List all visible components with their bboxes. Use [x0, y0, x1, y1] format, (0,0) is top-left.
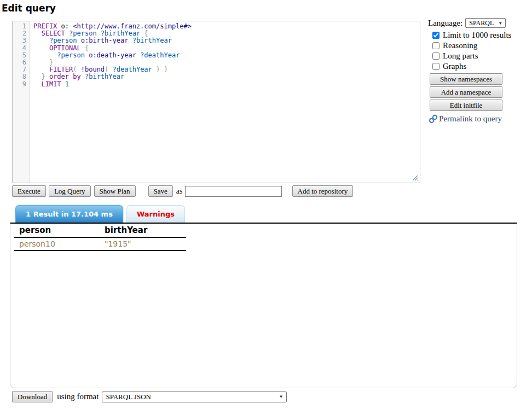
- table-row: person10"1915": [14, 237, 186, 250]
- results-table: personbirthYear person10"1915": [14, 224, 186, 251]
- log-query-button[interactable]: Log Query: [49, 185, 91, 197]
- download-row: Download using format SPARQL JSON ▼: [12, 391, 287, 402]
- edit-initfile-button[interactable]: Edit initfile: [430, 100, 502, 111]
- link-chain-icon: [429, 114, 438, 124]
- download-format-select[interactable]: SPARQL JSON ▼: [102, 392, 287, 402]
- option-checkbox-label: Limit to 1000 results: [443, 31, 511, 40]
- download-format-value: SPARQL JSON: [106, 393, 151, 401]
- download-format-label: using format: [57, 392, 99, 401]
- code-line: ?person o:birth-year ?birthYear: [33, 37, 420, 44]
- results-column-header: person: [14, 224, 100, 237]
- language-selected-value: SPARQL: [469, 19, 494, 27]
- line-number: 9: [13, 81, 26, 88]
- page-title: Edit query: [2, 3, 56, 14]
- code-line: } order by ?birthYear: [33, 73, 420, 80]
- option-checkbox-row[interactable]: Long parts: [432, 51, 528, 61]
- save-button[interactable]: Save: [148, 185, 173, 197]
- language-select[interactable]: SPARQL ▼: [465, 18, 506, 28]
- table-cell[interactable]: person10: [14, 237, 100, 250]
- save-name-input[interactable]: [185, 186, 282, 197]
- chevron-down-icon: ▼: [498, 21, 502, 26]
- toolbar: Execute Log Query Show Plan Save as Add …: [12, 185, 353, 197]
- option-checkbox-label: Graphs: [443, 62, 466, 71]
- query-editor[interactable]: 123456789 PREFIX o: <http://www.franz.co…: [12, 21, 420, 183]
- table-cell[interactable]: "1915": [100, 237, 186, 250]
- resize-grip-icon[interactable]: [412, 174, 418, 181]
- language-row: Language: SPARQL ▼: [428, 18, 528, 28]
- results-column-header: birthYear: [100, 224, 186, 237]
- results-tab-bar: 1 Result in 17.104 ms Warnings: [15, 205, 185, 223]
- code-line: LIMIT 1: [33, 81, 420, 88]
- option-checkbox[interactable]: [432, 52, 440, 60]
- edit-query-page: Edit query 123456789 PREFIX o: <http://w…: [0, 0, 532, 409]
- execute-button[interactable]: Execute: [12, 185, 46, 197]
- line-number: 4: [13, 45, 26, 52]
- add-to-repository-button[interactable]: Add to repository: [292, 185, 354, 197]
- download-button[interactable]: Download: [12, 391, 53, 402]
- tab-warnings[interactable]: Warnings: [126, 205, 185, 223]
- option-checkbox-row[interactable]: Limit to 1000 results: [432, 30, 528, 40]
- show-plan-button[interactable]: Show Plan: [94, 185, 136, 197]
- option-checkbox-label: Long parts: [443, 51, 478, 61]
- option-checkbox-list: Limit to 1000 resultsReasoningLong parts…: [432, 30, 528, 72]
- tab-results[interactable]: 1 Result in 17.104 ms: [15, 205, 123, 223]
- query-options-panel: Language: SPARQL ▼ Limit to 1000 results…: [428, 18, 528, 124]
- line-number: 3: [13, 37, 26, 44]
- language-label: Language:: [428, 19, 462, 28]
- option-checkbox-row[interactable]: Graphs: [432, 61, 528, 72]
- chevron-down-icon: ▼: [279, 394, 284, 399]
- option-checkbox-label: Reasoning: [443, 41, 477, 50]
- permalink-label: Permalink to query: [439, 114, 502, 124]
- option-checkbox[interactable]: [432, 42, 440, 49]
- results-panel: personbirthYear person10"1915": [10, 223, 517, 388]
- show-namespaces-button[interactable]: Show namespaces: [430, 73, 502, 85]
- permalink-link[interactable]: Permalink to query: [429, 114, 528, 124]
- option-checkbox[interactable]: [432, 32, 440, 39]
- add-namespace-button[interactable]: Add a namespace: [430, 86, 502, 98]
- option-checkbox[interactable]: [432, 63, 440, 70]
- code-line: ?person o:death-year ?deathYear: [33, 52, 420, 59]
- line-number: 8: [13, 73, 26, 80]
- editor-line-numbers: 123456789: [13, 21, 30, 183]
- save-as-label: as: [176, 187, 183, 196]
- option-checkbox-row[interactable]: Reasoning: [432, 40, 528, 51]
- editor-code-area[interactable]: PREFIX o: <http://www.franz.com/simple#>…: [30, 21, 420, 183]
